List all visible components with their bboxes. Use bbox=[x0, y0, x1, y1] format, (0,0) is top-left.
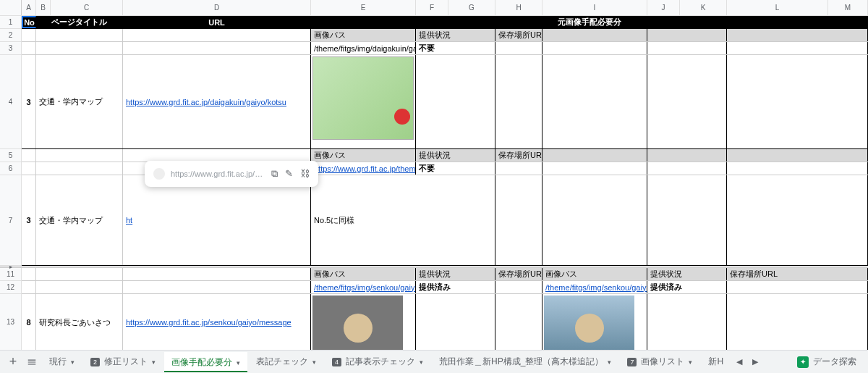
cell-FG4[interactable] bbox=[416, 55, 495, 148]
cell-BC5[interactable] bbox=[36, 149, 123, 162]
col-header-F[interactable]: F bbox=[416, 0, 448, 15]
tab-image-needed[interactable]: 画像手配必要分▾ bbox=[164, 352, 247, 372]
cell-A2[interactable] bbox=[22, 29, 36, 41]
cell-BC2[interactable] bbox=[36, 29, 123, 41]
cell-storage-url-header-3b[interactable]: 保存場所URL bbox=[727, 268, 868, 280]
col-header-L[interactable]: L bbox=[727, 0, 828, 15]
cell-JK5[interactable] bbox=[647, 149, 727, 162]
row-header-5[interactable]: 5 bbox=[0, 149, 22, 162]
col-header-C[interactable]: C bbox=[51, 0, 123, 15]
tab-scroll-right[interactable]: ▶ bbox=[748, 357, 762, 366]
row-header-3[interactable]: 3 bbox=[0, 42, 22, 55]
cell-A12[interactable] bbox=[22, 281, 36, 293]
row-header-12[interactable]: 12 bbox=[0, 281, 22, 294]
cell-A6[interactable] bbox=[22, 162, 36, 175]
cell-A11[interactable] bbox=[22, 268, 36, 280]
cell-image-path-header-1[interactable]: 画像パス bbox=[311, 29, 416, 41]
cell-image-path-value-3a[interactable]: /theme/fitgs/img/senkou/gaiyo/me bbox=[311, 281, 416, 293]
cell-storage-url-header-3a[interactable]: 保存場所URL bbox=[495, 268, 542, 280]
link-url-4[interactable]: https://www.grd.fit.ac.jp/daigakuin/gaiy… bbox=[126, 98, 286, 106]
cell-BC12[interactable] bbox=[36, 281, 123, 293]
cell-BC6[interactable] bbox=[36, 162, 123, 175]
tab-image-list[interactable]: 7画像リスト▾ bbox=[620, 352, 699, 372]
cell-JK7[interactable] bbox=[647, 175, 727, 265]
cell-provision-status-header-2[interactable]: 提供状況 bbox=[416, 149, 495, 162]
cell-url-7[interactable]: ht bbox=[123, 175, 311, 265]
cell-I5[interactable] bbox=[542, 149, 647, 162]
edit-link-icon[interactable]: ✎ bbox=[285, 168, 293, 180]
col-header-B[interactable]: B bbox=[36, 0, 51, 15]
cell-L6[interactable] bbox=[727, 162, 868, 175]
cell-url-header[interactable]: URL bbox=[123, 16, 311, 28]
col-header-K[interactable]: K bbox=[680, 0, 727, 15]
cell-url-4[interactable]: https://www.grd.fit.ac.jp/daigakuin/gaiy… bbox=[123, 55, 311, 148]
cell-image-4[interactable] bbox=[311, 55, 416, 148]
cell-H7[interactable] bbox=[495, 175, 542, 265]
cell-storage-url-header-2[interactable]: 保存場所URL bbox=[495, 149, 542, 162]
cell-image-path-header-3a[interactable]: 画像パス bbox=[311, 268, 416, 280]
cell-image-path-value-1[interactable]: /theme/fitgs/img/daigakuin/gaiyo/1 bbox=[311, 42, 416, 54]
cell-image-path-header-2[interactable]: 画像パス bbox=[311, 149, 416, 162]
row-header-4[interactable]: 4 bbox=[0, 55, 22, 149]
link-image-path-2[interactable]: https://www.grd.fit.ac.jp/theme/fitgs bbox=[314, 164, 416, 173]
cell-I6[interactable] bbox=[542, 162, 647, 175]
cell-provision-status-value-1[interactable]: 不要 bbox=[416, 42, 495, 54]
cell-L12[interactable] bbox=[727, 281, 868, 293]
cell-I7[interactable] bbox=[542, 175, 647, 265]
cell-D3[interactable] bbox=[123, 42, 311, 54]
row-header-6[interactable]: 6 bbox=[0, 162, 22, 175]
col-header-I[interactable]: I bbox=[542, 0, 647, 15]
cell-D5[interactable] bbox=[123, 149, 311, 162]
tab-current[interactable]: 現行▾ bbox=[42, 352, 82, 372]
cell-L7[interactable] bbox=[727, 175, 868, 265]
cell-D12[interactable] bbox=[123, 281, 311, 293]
cell-I2[interactable] bbox=[542, 29, 647, 41]
row-header-7[interactable]: 7 bbox=[0, 175, 22, 266]
link-image-path-3a[interactable]: /theme/fitgs/img/senkou/gaiyo/me bbox=[314, 283, 416, 292]
cell-FG13[interactable] bbox=[416, 294, 495, 350]
cell-image-path-value-3b[interactable]: /theme/fitgs/img/senkou/gaiyo/me bbox=[542, 281, 647, 293]
cell-image-13b[interactable] bbox=[542, 294, 647, 350]
cell-page-title-13[interactable]: 研究科長ごあいさつ bbox=[36, 294, 123, 350]
cell-H4[interactable] bbox=[495, 55, 542, 148]
explore-button[interactable]: ✦ データ探索 bbox=[790, 352, 864, 372]
cell-D2[interactable] bbox=[123, 29, 311, 41]
cell-A5[interactable] bbox=[22, 149, 36, 162]
cell-note-7[interactable]: No.5に同様 bbox=[311, 175, 495, 265]
cell-provision-status-value-3b[interactable]: 提供済み bbox=[647, 281, 727, 293]
copy-link-icon[interactable]: ⧉ bbox=[271, 168, 278, 180]
col-header-A[interactable]: A bbox=[22, 0, 36, 15]
cell-provision-status-header-3b[interactable]: 提供状況 bbox=[647, 268, 727, 280]
col-header-H[interactable]: H bbox=[495, 0, 542, 15]
row-header-1[interactable]: 1 bbox=[0, 16, 22, 29]
cell-I3[interactable] bbox=[542, 42, 647, 54]
cell-no-13[interactable]: 8 bbox=[22, 294, 36, 350]
tab-article-check[interactable]: 4記事表示チェック▾ bbox=[325, 352, 430, 372]
col-header-M[interactable]: M bbox=[828, 0, 868, 15]
tab-new-hp[interactable]: 新H bbox=[701, 352, 731, 372]
cell-JK13[interactable] bbox=[647, 294, 727, 350]
all-sheets-menu[interactable] bbox=[23, 353, 41, 371]
tab-scroll-left[interactable]: ◀ bbox=[732, 357, 746, 366]
tab-notation-check[interactable]: 表記チェック▾ bbox=[249, 352, 323, 372]
cell-JK4[interactable] bbox=[647, 55, 727, 148]
add-sheet-button[interactable]: + bbox=[4, 353, 22, 371]
cell-L4[interactable] bbox=[727, 55, 868, 148]
cell-L13[interactable] bbox=[727, 294, 868, 350]
row-header-2[interactable]: 2 bbox=[0, 29, 22, 42]
cell-H12[interactable] bbox=[495, 281, 542, 293]
link-url-7[interactable]: ht bbox=[126, 216, 132, 225]
cell-H3[interactable] bbox=[495, 42, 542, 54]
cell-H13[interactable] bbox=[495, 294, 542, 350]
cell-BC3[interactable] bbox=[36, 42, 123, 54]
tab-fix-list[interactable]: 2修正リスト▾ bbox=[83, 352, 163, 372]
cell-page-title-4[interactable]: 交通・学内マップ bbox=[36, 55, 123, 148]
cell-A3[interactable] bbox=[22, 42, 36, 54]
cell-no-header[interactable]: No bbox=[22, 16, 36, 28]
cell-page-title-header[interactable]: ページタイトル bbox=[36, 16, 123, 28]
row-header-13[interactable]: 13 bbox=[0, 294, 22, 350]
sheet-grid[interactable]: No ページタイトル URL 元画像手配必要分 画像パス 提供状況 保存場所UR… bbox=[22, 16, 868, 350]
tab-arata-work[interactable]: 荒田作業＿新HP構成_整理（高木様追記）▾ bbox=[432, 352, 618, 372]
col-header-J[interactable]: J bbox=[647, 0, 680, 15]
cell-provision-status-header-1[interactable]: 提供状況 bbox=[416, 29, 495, 41]
